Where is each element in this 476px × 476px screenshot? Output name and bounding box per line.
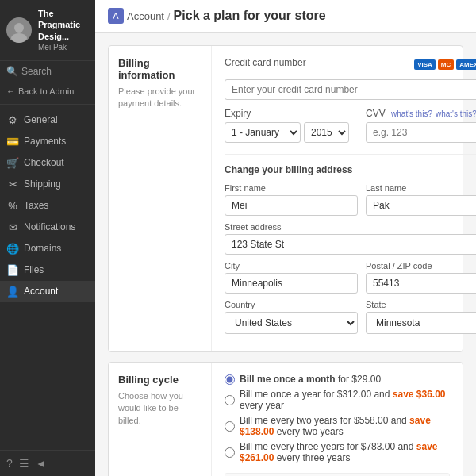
shipping-icon: ✂ xyxy=(6,178,19,190)
main-body: Billing information Please provide your … xyxy=(95,33,476,476)
shop-name: The Pragmatic Desig... xyxy=(38,8,89,42)
visa-icon: VISA xyxy=(414,60,436,70)
sidebar-search[interactable]: 🔍 Search xyxy=(0,61,95,82)
files-icon: 📄 xyxy=(6,264,19,276)
cc-number-label: Credit card number xyxy=(225,57,408,68)
sidebar-header: The Pragmatic Desig... Mei Pak xyxy=(0,0,95,61)
taxes-icon: % xyxy=(6,200,19,212)
svg-point-1 xyxy=(11,33,27,43)
postal-label: Postal / ZIP code xyxy=(366,261,476,271)
street-label: Street address xyxy=(225,222,476,232)
notifications-icon: ✉ xyxy=(6,221,19,233)
sidebar-item-shipping[interactable]: ✂ Shipping xyxy=(0,174,95,195)
avatar xyxy=(6,17,32,43)
cvv-input[interactable] xyxy=(366,122,476,143)
country-select[interactable]: United States Canada xyxy=(225,312,358,334)
charge-notice: Your credit card will be charged for the… xyxy=(225,473,450,476)
billing-radio-biennial[interactable] xyxy=(225,421,235,432)
billing-radio-yearly[interactable] xyxy=(225,395,235,405)
back-to-admin[interactable]: ← Back to Admin xyxy=(0,82,95,105)
card-icons: VISA MC AMEX DC xyxy=(414,60,476,70)
last-name-input[interactable] xyxy=(366,195,476,216)
sidebar-item-payments[interactable]: 💳 Payments xyxy=(0,131,95,152)
user-name: Mei Pak xyxy=(38,42,89,52)
sidebar-item-files[interactable]: 📄 Files xyxy=(0,259,95,281)
back-arrow-icon[interactable]: ◄ xyxy=(36,457,47,470)
street-input[interactable] xyxy=(225,234,476,255)
postal-input[interactable] xyxy=(366,273,476,294)
breadcrumb: A Account / Pick a plan for your store xyxy=(108,8,326,24)
account-bc-icon: A xyxy=(108,8,124,24)
first-name-label: First name xyxy=(225,183,358,193)
billing-option-monthly[interactable]: Bill me once a month for $29.00 xyxy=(225,374,450,385)
billing-radio-triennial[interactable] xyxy=(225,447,235,458)
menu-icon[interactable]: ☰ xyxy=(19,457,29,470)
sidebar-item-general[interactable]: ⚙ General xyxy=(0,109,95,131)
billing-cycle-title: Billing cycle xyxy=(118,374,202,386)
page-title: Pick a plan for your store xyxy=(174,9,326,23)
first-name-input[interactable] xyxy=(225,195,358,216)
cc-number-input[interactable] xyxy=(225,79,476,100)
state-select[interactable]: Minnesota Wisconsin xyxy=(366,312,476,334)
svg-point-0 xyxy=(14,23,24,33)
billing-option-biennial[interactable]: Bill me every two years for $558.00 and … xyxy=(225,415,450,437)
mc-icon: MC xyxy=(438,60,454,70)
sidebar-item-checkout[interactable]: 🛒 Checkout xyxy=(0,152,95,174)
billing-info-body: Credit card number VISA MC AMEX DC xyxy=(212,46,476,351)
billing-info-card: Billing information Please provide your … xyxy=(108,45,463,352)
search-label: Search xyxy=(21,66,52,77)
help-icon[interactable]: ? xyxy=(6,457,13,470)
sidebar-item-notifications[interactable]: ✉ Notifications xyxy=(0,217,95,238)
billing-info-sidebar: Billing information Please provide your … xyxy=(109,46,212,351)
billing-cycle-body: Bill me once a month for $29.00 Bill me … xyxy=(212,363,463,476)
sidebar-item-taxes[interactable]: % Taxes xyxy=(0,195,95,217)
billing-radio-monthly[interactable] xyxy=(225,374,235,385)
city-label: City xyxy=(225,261,358,271)
payments-icon: 💳 xyxy=(6,136,19,148)
sidebar: The Pragmatic Desig... Mei Pak 🔍 Search … xyxy=(0,0,95,476)
billing-info-desc: Please provide your payment details. xyxy=(118,86,202,110)
sidebar-footer: ? ☰ ◄ xyxy=(0,450,95,476)
whats-this-text[interactable]: what's this? xyxy=(436,109,476,118)
expiry-month-select[interactable]: 1 - January 2 - February 3 - March xyxy=(225,122,301,143)
page-header: A Account / Pick a plan for your store xyxy=(95,0,476,33)
search-icon: 🔍 xyxy=(6,66,18,77)
change-billing-label: Change your billing address xyxy=(225,154,476,175)
expiry-year-select[interactable]: 2015 2016 2017 xyxy=(304,122,349,143)
breadcrumb-separator: / xyxy=(167,10,171,22)
country-label: Country xyxy=(225,300,358,309)
billing-options: Bill me once a month for $29.00 Bill me … xyxy=(225,374,450,463)
main-content: A Account / Pick a plan for your store B… xyxy=(95,0,476,476)
expiry-label: Expiry xyxy=(225,108,358,119)
billing-option-triennial[interactable]: Bill me every three years for $783.00 an… xyxy=(225,441,450,463)
sidebar-item-account[interactable]: 👤 Account xyxy=(0,281,95,302)
billing-cycle-card: Billing cycle Choose how you would like … xyxy=(108,362,463,476)
account-icon: 👤 xyxy=(6,286,19,298)
sidebar-item-domains[interactable]: 🌐 Domains xyxy=(0,238,95,259)
checkout-icon: 🛒 xyxy=(6,157,19,169)
amex-icon: AMEX xyxy=(456,60,476,70)
gear-icon: ⚙ xyxy=(6,114,19,126)
billing-cycle-sidebar: Billing cycle Choose how you would like … xyxy=(109,363,212,476)
billing-cycle-desc: Choose how you would like to be billed. xyxy=(118,390,202,427)
whats-this-link[interactable]: what's this? xyxy=(391,109,432,118)
cvv-label: CVV xyxy=(366,108,386,119)
sidebar-nav: ⚙ General 💳 Payments 🛒 Checkout ✂ Shippi… xyxy=(0,105,95,450)
breadcrumb-account[interactable]: Account xyxy=(127,10,164,22)
state-label: State xyxy=(366,300,476,309)
back-icon: ← xyxy=(6,86,15,96)
domains-icon: 🌐 xyxy=(6,243,19,255)
last-name-label: Last name xyxy=(366,183,476,193)
city-input[interactable] xyxy=(225,273,358,294)
billing-info-title: Billing information xyxy=(118,57,202,81)
billing-option-yearly[interactable]: Bill me once a year for $312.00 and save… xyxy=(225,389,450,411)
